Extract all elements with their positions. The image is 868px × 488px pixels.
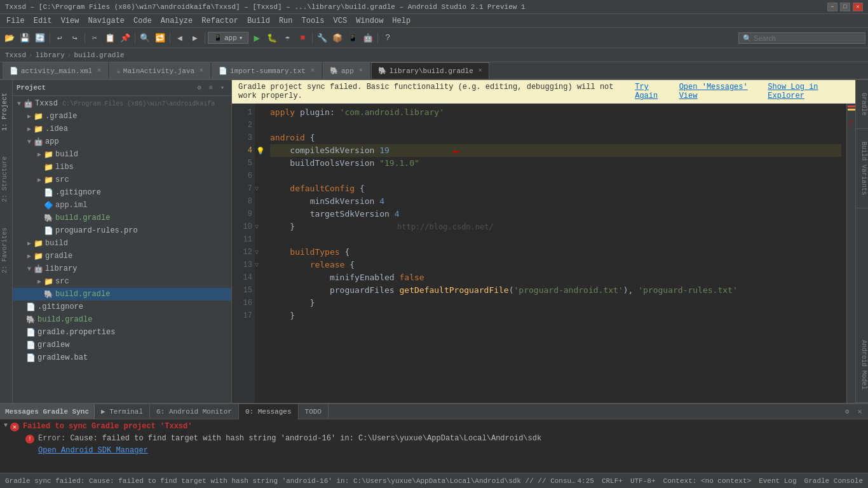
run-button[interactable]: ▶ bbox=[250, 31, 264, 45]
tab-import-summary[interactable]: 📄 import-summary.txt × bbox=[212, 62, 322, 79]
tree-item-app-gitignore[interactable]: 📄 .gitignore bbox=[13, 186, 231, 199]
menu-run[interactable]: Run bbox=[275, 15, 297, 27]
menu-tools[interactable]: Tools bbox=[298, 15, 329, 27]
tab-activity-main[interactable]: 📄 activity_main.xml × bbox=[3, 62, 108, 79]
toolbar-save[interactable]: 💾 bbox=[18, 31, 32, 45]
tree-item-gradlew[interactable]: 📄 gradlew bbox=[13, 339, 231, 351]
tab-close-activity-main[interactable]: × bbox=[97, 67, 101, 74]
tab-close-import-summary[interactable]: × bbox=[311, 67, 315, 74]
tree-item-gradle-dir[interactable]: ▶ 📁 gradle bbox=[13, 250, 231, 262]
toolbar-paste[interactable]: 📌 bbox=[118, 31, 132, 45]
bottom-tab-messages[interactable]: 0: Messages bbox=[239, 404, 299, 419]
tree-item-library-gradle[interactable]: 🐘 build.gradle bbox=[13, 288, 231, 301]
gutter-icon-10[interactable]: ▽ bbox=[255, 220, 265, 233]
side-tab-favorites[interactable]: 2: Favorites bbox=[0, 215, 13, 286]
bottom-tab-android-monitor[interactable]: 6: Android Monitor bbox=[150, 404, 239, 419]
menu-edit[interactable]: Edit bbox=[30, 15, 56, 27]
coverage-button[interactable]: ☂ bbox=[280, 31, 294, 45]
bottom-tab-terminal[interactable]: ▶ Terminal bbox=[95, 404, 150, 419]
tree-item-build[interactable]: ▶ 📁 build bbox=[13, 237, 231, 250]
gradle-sync[interactable]: 🔧 bbox=[315, 31, 329, 45]
toolbar-find[interactable]: 🔍 bbox=[138, 31, 152, 45]
tree-item-dotidea[interactable]: ▶ 📁 .idea bbox=[13, 123, 231, 135]
tree-item-root[interactable]: ▼ 🤖 Txxsd C:\Program Files (x86)\win7\an… bbox=[13, 97, 231, 110]
bottom-tab-todo[interactable]: TODO bbox=[299, 404, 329, 419]
toolbar-back[interactable]: ◀ bbox=[173, 31, 187, 45]
status-event-log[interactable]: Event Log bbox=[759, 477, 796, 485]
toolbar-cut[interactable]: ✂ bbox=[88, 31, 102, 45]
tree-item-root-gitignore[interactable]: 📄 .gitignore bbox=[13, 301, 231, 313]
toolbar-replace[interactable]: 🔁 bbox=[153, 31, 167, 45]
sdk-manager[interactable]: 📦 bbox=[330, 31, 344, 45]
tree-item-app-src[interactable]: ▶ 📁 src bbox=[13, 173, 231, 186]
gutter-icon-12[interactable]: ▽ bbox=[255, 246, 265, 259]
toolbar-forward[interactable]: ▶ bbox=[188, 31, 202, 45]
tab-close-mainactivity[interactable]: × bbox=[200, 67, 203, 74]
side-tab-project[interactable]: 1: Project bbox=[0, 80, 13, 144]
status-encoding[interactable]: UTF-8+ bbox=[630, 477, 656, 485]
maximize-button[interactable]: □ bbox=[840, 3, 850, 11]
tree-item-app-build[interactable]: ▶ 📁 build bbox=[13, 148, 231, 161]
tree-item-proguard[interactable]: 📄 proguard-rules.pro bbox=[13, 224, 231, 237]
toolbar-redo[interactable]: ↪ bbox=[68, 31, 82, 45]
sync-link-messages[interactable]: Open 'Messages' View bbox=[679, 83, 761, 100]
status-line-ending[interactable]: CRLF+ bbox=[602, 477, 623, 485]
tree-item-app-libs[interactable]: 📁 libs bbox=[13, 161, 231, 173]
menu-file[interactable]: File bbox=[3, 15, 29, 27]
bottom-tool-close[interactable]: ✕ bbox=[854, 406, 865, 417]
tree-item-app[interactable]: ▼ 🤖 app bbox=[13, 135, 231, 148]
side-tab-build-variants[interactable]: Build Variants bbox=[856, 129, 869, 208]
help-btn[interactable]: ? bbox=[381, 31, 395, 45]
tab-app[interactable]: 🐘 app × bbox=[323, 62, 370, 79]
menu-help[interactable]: Help bbox=[388, 15, 414, 27]
toolbar-open[interactable]: 📂 bbox=[3, 31, 17, 45]
sync-link-try-again[interactable]: Try Again bbox=[635, 83, 671, 100]
code-text[interactable]: apply plugin: 'com.android.library' andr… bbox=[265, 104, 846, 403]
status-gradle-console[interactable]: Gradle Console bbox=[804, 477, 863, 485]
tab-close-app[interactable]: × bbox=[359, 67, 363, 74]
toolbar-copy[interactable]: 📋 bbox=[103, 31, 117, 45]
stop-button[interactable]: ■ bbox=[295, 31, 309, 45]
tree-item-app-iml[interactable]: 🔷 app.iml bbox=[13, 199, 231, 212]
menu-analyze[interactable]: Analyze bbox=[157, 15, 196, 27]
android-btn[interactable]: 🤖 bbox=[361, 31, 375, 45]
side-tab-structure[interactable]: 2: Structure bbox=[0, 144, 13, 215]
status-position[interactable]: 4:25 bbox=[578, 477, 594, 485]
run-config-selector[interactable]: 📱 app ▾ bbox=[208, 32, 248, 44]
code-editor[interactable]: 1 2 3 4 5 6 7 8 9 10 11 12 13 14 15 16 1… bbox=[232, 104, 855, 403]
breadcrumb-root[interactable]: Txxsd bbox=[5, 51, 26, 59]
tree-item-root-gradle[interactable]: 🐘 build.gradle bbox=[13, 313, 231, 326]
close-button[interactable]: ✕ bbox=[853, 3, 863, 11]
menu-refactor[interactable]: Refactor bbox=[198, 15, 242, 27]
error-row-1[interactable]: ▼ ✕ Failed to sync Gradle project 'Txxsd… bbox=[0, 421, 868, 433]
toolbar-sync[interactable]: 🔄 bbox=[33, 31, 47, 45]
tree-item-library-src[interactable]: ▶ 📁 src bbox=[13, 275, 231, 288]
menu-vcs[interactable]: VCS bbox=[330, 15, 351, 27]
tree-item-gradle-properties[interactable]: 📄 gradle.properties bbox=[13, 326, 231, 339]
tab-mainactivity[interactable]: ☕ MainActivity.java × bbox=[109, 62, 210, 79]
tree-item-dotgradle[interactable]: ▶ 📁 .gradle bbox=[13, 110, 231, 123]
menu-window[interactable]: Window bbox=[352, 15, 387, 27]
menu-view[interactable]: View bbox=[57, 15, 83, 27]
tab-library-build-gradle[interactable]: 🐘 library\build.gradle × bbox=[371, 62, 489, 79]
menu-navigate[interactable]: Navigate bbox=[84, 15, 128, 27]
toolbar-search[interactable] bbox=[738, 32, 865, 44]
gutter-icon-7[interactable]: ▽ bbox=[255, 182, 265, 195]
avd-manager[interactable]: 📱 bbox=[346, 31, 360, 45]
open-sdk-manager-link[interactable]: Open Android SDK Manager bbox=[38, 446, 148, 455]
menu-build[interactable]: Build bbox=[243, 15, 274, 27]
panel-tool-collapse[interactable]: ≡ bbox=[206, 83, 216, 93]
side-tab-android-model[interactable]: Android Model bbox=[856, 327, 869, 403]
debug-button[interactable]: 🐛 bbox=[265, 31, 279, 45]
error-row-2[interactable]: ! Error: Cause: failed to find target wi… bbox=[0, 433, 868, 445]
gutter-icon-4[interactable]: 💡 bbox=[255, 144, 265, 157]
breadcrumb-library[interactable]: library bbox=[36, 51, 65, 59]
tree-item-gradlew-bat[interactable]: 📄 gradlew.bat bbox=[13, 351, 231, 364]
breadcrumb-file[interactable]: build.gradle bbox=[74, 51, 124, 59]
right-edge-scroll[interactable]: ↑ bbox=[846, 104, 855, 403]
menu-code[interactable]: Code bbox=[130, 15, 156, 27]
minimize-button[interactable]: – bbox=[827, 3, 837, 11]
panel-tool-gear[interactable]: ⚙ bbox=[194, 83, 205, 93]
panel-tool-settings[interactable]: ▾ bbox=[217, 83, 227, 93]
side-tab-gradle[interactable]: Gradle bbox=[856, 80, 869, 129]
